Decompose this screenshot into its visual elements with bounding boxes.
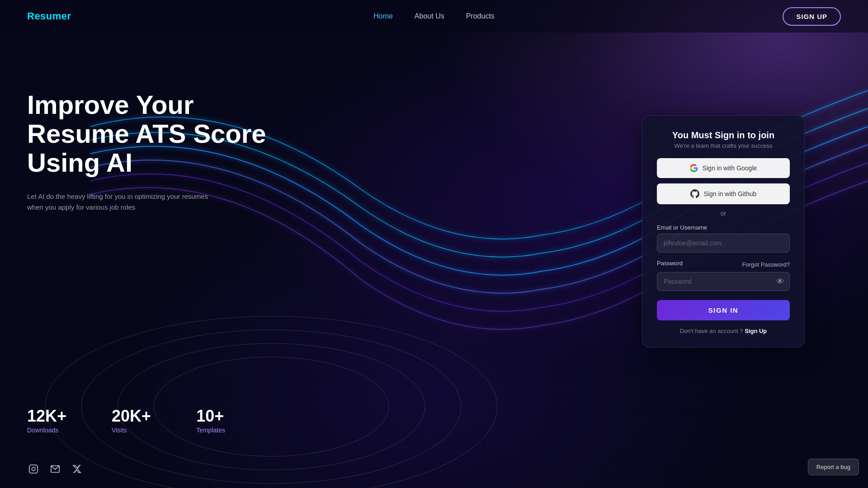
navbar: Resumer Home About Us Products SIGN UP xyxy=(0,0,868,33)
stat-templates: 10+ Templates xyxy=(196,407,225,434)
stat-downloads-number: 12K+ xyxy=(27,407,66,426)
google-signin-button[interactable]: Sign in with Google xyxy=(657,158,790,178)
password-label: Password xyxy=(657,260,683,267)
nav-about[interactable]: About Us xyxy=(415,12,444,20)
hero-section: Improve Your Resume ATS Score Using AI L… xyxy=(27,90,280,213)
email-label: Email or Username xyxy=(657,224,790,231)
forgot-password-link[interactable]: Forgot Password? xyxy=(742,261,790,268)
google-icon xyxy=(690,164,698,172)
toggle-password-icon[interactable]: 👁 xyxy=(776,277,784,286)
hero-title: Improve Your Resume ATS Score Using AI xyxy=(27,90,280,177)
github-signin-label: Sign in with Github xyxy=(704,190,757,197)
password-wrapper: 👁 xyxy=(657,272,790,291)
stats-section: 12K+ Downloads 20K+ Visits 10+ Templates xyxy=(27,407,225,434)
nav-products[interactable]: Products xyxy=(466,12,495,20)
x-twitter-icon[interactable] xyxy=(71,463,83,475)
nav-links: Home About Us Products xyxy=(373,12,495,20)
no-account-text: Don't have an account ? xyxy=(680,328,743,334)
divider-or: or xyxy=(657,210,790,217)
google-signin-label: Sign in with Google xyxy=(703,164,757,172)
password-row: Password Forgot Password? xyxy=(657,260,790,269)
navbar-signup-button[interactable]: SIGN UP xyxy=(783,7,841,26)
github-icon xyxy=(690,189,699,198)
email-icon[interactable] xyxy=(49,463,61,475)
panel-title: You Must Sign in to join xyxy=(657,130,790,141)
email-input[interactable] xyxy=(657,234,790,253)
svg-rect-5 xyxy=(29,465,38,473)
stat-downloads-label: Downloads xyxy=(27,427,66,434)
github-signin-button[interactable]: Sign in with Github xyxy=(657,183,790,204)
signin-panel: You Must Sign in to join We're a team th… xyxy=(642,115,805,347)
svg-point-6 xyxy=(32,467,35,470)
stat-visits: 20K+ Visits xyxy=(112,407,151,434)
hero-subtitle: Let AI do the heavy lifting for you in o… xyxy=(27,191,226,213)
stat-downloads: 12K+ Downloads xyxy=(27,407,66,434)
nav-home[interactable]: Home xyxy=(373,12,393,20)
signup-prompt: Don't have an account ? Sign Up xyxy=(657,328,790,334)
instagram-icon[interactable] xyxy=(27,463,40,475)
panel-subtitle: We're a team that crafts your success xyxy=(657,142,790,149)
stat-visits-label: Visits xyxy=(112,427,151,434)
footer-social-icons xyxy=(27,463,83,475)
password-input[interactable] xyxy=(657,272,790,291)
svg-point-7 xyxy=(35,466,36,467)
stat-visits-number: 20K+ xyxy=(112,407,151,426)
svg-point-0 xyxy=(45,316,497,488)
stat-templates-number: 10+ xyxy=(196,407,225,426)
signin-submit-button[interactable]: SIGN IN xyxy=(657,300,790,320)
stat-templates-label: Templates xyxy=(196,427,225,434)
signup-prompt-link[interactable]: Sign Up xyxy=(745,328,767,334)
report-bug-button[interactable]: Report a bug xyxy=(808,459,859,475)
